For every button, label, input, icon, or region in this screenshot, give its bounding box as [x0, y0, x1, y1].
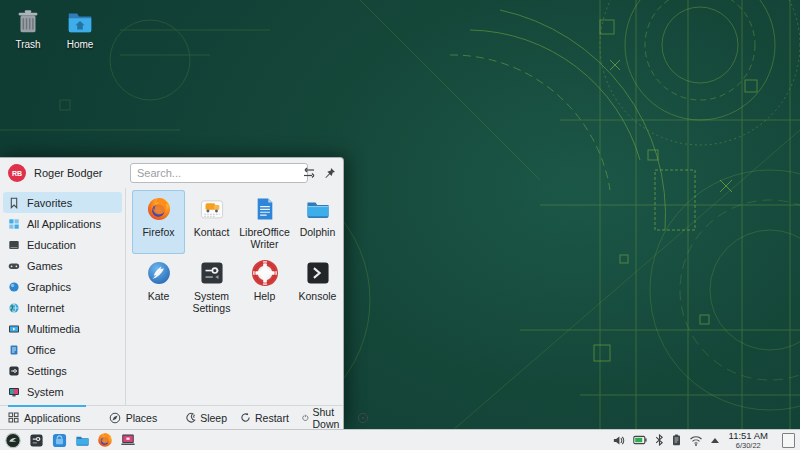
- taskbar-dolphin-button[interactable]: [74, 432, 90, 448]
- launcher-header: RB Roger Bodger: [0, 158, 343, 188]
- taskbar: 11:51 AM 6/30/22: [0, 429, 800, 450]
- battery-icon: [633, 435, 647, 445]
- battery-button[interactable]: [633, 435, 647, 445]
- sidebar-item-all-applications[interactable]: All Applications: [3, 213, 122, 234]
- shutdown-button[interactable]: Shut Down: [302, 406, 344, 430]
- sidebar-item-education[interactable]: Education: [3, 234, 122, 255]
- education-icon: [8, 239, 20, 251]
- tab-applications[interactable]: Applications: [8, 412, 81, 424]
- app-libreoffice-writer[interactable]: LibreOffice Writer: [238, 190, 291, 254]
- active-tab-indicator: [8, 405, 86, 407]
- wifi-button[interactable]: [689, 435, 703, 446]
- sidebar-item-graphics[interactable]: Graphics: [3, 276, 122, 297]
- sort-icon: [302, 166, 316, 180]
- globe-icon: [8, 302, 20, 314]
- system-settings-icon: [29, 433, 44, 448]
- dolphin-icon: [305, 196, 331, 222]
- desktop-icon-label: Home: [54, 39, 106, 50]
- sidebar-item-games[interactable]: Games: [3, 255, 122, 276]
- sidebar-item-settings[interactable]: Settings: [3, 360, 122, 381]
- firefox-icon: [97, 432, 113, 448]
- app-help[interactable]: Help: [238, 254, 291, 318]
- leave-options-icon: [357, 412, 369, 424]
- bookmark-icon: [8, 197, 20, 209]
- app-system-settings[interactable]: System Settings: [185, 254, 238, 318]
- restart-icon: [240, 412, 251, 423]
- app-grid-icon: [8, 218, 20, 230]
- system-icon: [8, 386, 20, 398]
- digital-clock[interactable]: 11:51 AM 6/30/22: [729, 431, 768, 450]
- discover-icon: [52, 433, 67, 448]
- favorites-grid: Firefox Kontact: [127, 188, 343, 405]
- app-firefox[interactable]: Firefox: [132, 190, 185, 254]
- launcher-sidebar: Favorites All Applications Education: [0, 188, 126, 405]
- app-dolphin[interactable]: Dolphin: [291, 190, 344, 254]
- user-avatar[interactable]: RB: [8, 164, 26, 182]
- kontact-icon: [199, 196, 225, 222]
- volume-icon: [612, 434, 625, 447]
- konsole-icon: [305, 260, 331, 286]
- launcher-geeko-icon: [5, 432, 21, 449]
- sidebar-item-system[interactable]: System: [3, 381, 122, 402]
- clock-date: 6/30/22: [729, 442, 768, 450]
- taskbar-firefox-button[interactable]: [97, 432, 113, 448]
- pin-button[interactable]: [321, 165, 337, 181]
- desktop-icon-home[interactable]: Home: [54, 7, 106, 50]
- libreoffice-writer-icon: [252, 196, 278, 222]
- places-compass-icon: [109, 412, 121, 424]
- office-icon: [8, 344, 20, 356]
- taskbar-discover-button[interactable]: [51, 432, 67, 448]
- clock-time: 11:51 AM: [729, 431, 768, 441]
- sleep-moon-icon: [185, 412, 196, 423]
- home-folder-icon: [65, 7, 95, 37]
- desktop-icon-label: Trash: [2, 39, 54, 50]
- sort-button[interactable]: [301, 165, 317, 181]
- application-launcher-menu: RB Roger Bodger: [0, 157, 344, 429]
- app-kate[interactable]: Kate: [132, 254, 185, 318]
- desktop-screen: Trash Home RB Roger Bodger: [0, 0, 800, 450]
- system-tray: 11:51 AM 6/30/22: [612, 431, 795, 450]
- sidebar-item-internet[interactable]: Internet: [3, 297, 122, 318]
- dolphin-icon: [75, 433, 90, 448]
- gamepad-icon: [8, 260, 20, 272]
- taskbar-welcome-center-button[interactable]: [120, 432, 136, 448]
- power-icon: [302, 412, 309, 423]
- help-icon: [252, 260, 278, 286]
- wifi-icon: [689, 435, 703, 446]
- settings-icon: [8, 365, 20, 377]
- graphics-icon: [8, 281, 20, 293]
- sidebar-item-multimedia[interactable]: Multimedia: [3, 318, 122, 339]
- taskbar-system-settings-button[interactable]: [28, 432, 44, 448]
- search-input[interactable]: [130, 163, 308, 183]
- restart-button[interactable]: Restart: [240, 412, 289, 424]
- firefox-icon: [146, 196, 172, 222]
- sleep-button[interactable]: Sleep: [185, 412, 227, 424]
- applications-tab-icon: [8, 412, 19, 423]
- clipboard-button[interactable]: [672, 434, 681, 446]
- app-kontact[interactable]: Kontact: [185, 190, 238, 254]
- bluetooth-icon: [655, 434, 664, 446]
- tray-expander-icon[interactable]: [711, 438, 719, 443]
- tab-places[interactable]: Places: [109, 412, 158, 424]
- taskbar-pinned-apps: [5, 432, 136, 448]
- clipboard-icon: [672, 434, 681, 446]
- session-actions: Sleep Restart Shut Down: [185, 406, 369, 430]
- launcher-footer: Applications Places Sleep: [0, 405, 343, 429]
- application-launcher-button[interactable]: [5, 432, 21, 448]
- leave-options-button[interactable]: [357, 412, 369, 424]
- bluetooth-button[interactable]: [655, 434, 664, 446]
- show-desktop-button[interactable]: [782, 433, 795, 448]
- volume-button[interactable]: [612, 434, 625, 447]
- sidebar-item-favorites[interactable]: Favorites: [3, 192, 122, 213]
- kate-icon: [146, 260, 172, 286]
- pin-icon: [323, 167, 336, 180]
- sidebar-item-office[interactable]: Office: [3, 339, 122, 360]
- welcome-monitor-icon: [120, 432, 136, 448]
- multimedia-icon: [8, 323, 20, 335]
- user-name: Roger Bodger: [34, 167, 103, 179]
- desktop-icon-trash[interactable]: Trash: [2, 7, 54, 50]
- trash-icon: [13, 7, 43, 37]
- system-settings-icon: [199, 260, 225, 286]
- app-konsole[interactable]: Konsole: [291, 254, 344, 318]
